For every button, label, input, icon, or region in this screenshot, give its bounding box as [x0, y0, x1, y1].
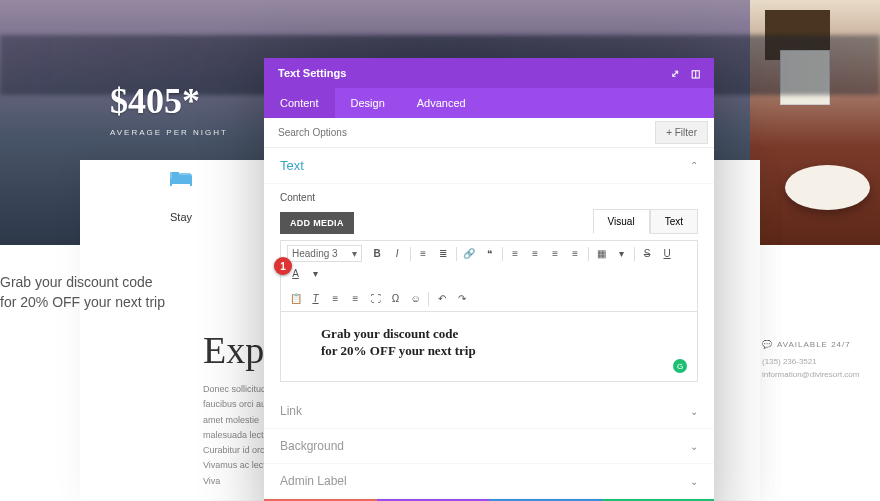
- tab-content[interactable]: Content: [264, 88, 335, 118]
- contact-phone: (135) 236-3521: [762, 355, 880, 369]
- ul-icon[interactable]: ≡: [415, 245, 432, 262]
- undo-icon[interactable]: ↶: [433, 290, 450, 307]
- section-link-label: Link: [280, 404, 302, 418]
- discount-line1: Grab your discount code: [0, 273, 165, 293]
- chevron-down-icon: ⌄: [690, 441, 698, 452]
- section-text-label: Text: [280, 158, 304, 173]
- table-icon[interactable]: ▦: [593, 245, 610, 262]
- rug-decor: [785, 165, 870, 210]
- avail-label: AVAILABLE 24/7: [777, 340, 851, 349]
- outdent-icon[interactable]: ≡: [347, 290, 364, 307]
- paste-icon[interactable]: 📋: [287, 290, 304, 307]
- exp-heading: Exp: [203, 328, 264, 372]
- indent-icon[interactable]: ≡: [327, 290, 344, 307]
- chevron-down-icon: ⌄: [690, 406, 698, 417]
- filter-button[interactable]: + Filter: [655, 121, 708, 144]
- quote-icon[interactable]: ❝: [481, 245, 498, 262]
- text-content-area: Content ADD MEDIA Visual Text Heading 3▾…: [264, 184, 714, 394]
- grammarly-icon[interactable]: G: [673, 359, 687, 373]
- annotation-marker-1: 1: [274, 257, 292, 275]
- contact-block: 💬AVAILABLE 24/7 (135) 236-3521 informati…: [762, 338, 880, 382]
- bold-icon[interactable]: B: [369, 245, 386, 262]
- stay-label: Stay: [170, 211, 192, 223]
- section-admin-label-label: Admin Label: [280, 474, 347, 488]
- italic-icon[interactable]: I: [389, 245, 406, 262]
- text-settings-modal: Text Settings ⤢ ◫ Content Design Advance…: [264, 58, 714, 501]
- underline-icon[interactable]: U: [659, 245, 676, 262]
- editor-tab-visual[interactable]: Visual: [593, 209, 650, 234]
- justify-icon[interactable]: ≡: [567, 245, 584, 262]
- editor-toolbar: Heading 3▾ B I ≡ ≣ 🔗 ❝ ≡ ≡ ≡ ≡ ▦ ▾ S U A…: [280, 240, 698, 312]
- emoji-icon[interactable]: ☺: [407, 290, 424, 307]
- search-input[interactable]: [264, 127, 655, 138]
- modal-title: Text Settings: [278, 67, 346, 79]
- editor-line2: for 20% OFF your next trip: [321, 343, 476, 358]
- strike-icon[interactable]: S: [639, 245, 656, 262]
- editor-body[interactable]: Grab your discount code for 20% OFF your…: [280, 312, 698, 382]
- fullscreen-icon[interactable]: ⛶: [367, 290, 384, 307]
- ol-icon[interactable]: ≣: [435, 245, 452, 262]
- expand-icon[interactable]: ⤢: [671, 68, 679, 79]
- chat-icon: 💬: [762, 340, 773, 349]
- redo-icon[interactable]: ↷: [453, 290, 470, 307]
- section-background-label: Background: [280, 439, 344, 453]
- add-media-button[interactable]: ADD MEDIA: [280, 212, 354, 234]
- align-center-icon[interactable]: ≡: [527, 245, 544, 262]
- chevron-down-icon: ⌄: [690, 476, 698, 487]
- clear-icon[interactable]: T: [307, 290, 324, 307]
- special-char-icon[interactable]: Ω: [387, 290, 404, 307]
- section-link[interactable]: Link ⌄: [264, 394, 714, 429]
- tab-design[interactable]: Design: [335, 88, 401, 118]
- discount-line2: for 20% OFF your next trip: [0, 293, 165, 313]
- tab-advanced[interactable]: Advanced: [401, 88, 482, 118]
- discount-text: Grab your discount code for 20% OFF your…: [0, 273, 165, 312]
- bed-icon: [170, 168, 192, 191]
- heading-select[interactable]: Heading 3▾: [287, 245, 362, 262]
- table-caret-icon[interactable]: ▾: [613, 245, 630, 262]
- content-label: Content: [280, 192, 698, 203]
- modal-header[interactable]: Text Settings ⤢ ◫: [264, 58, 714, 88]
- search-row: + Filter: [264, 118, 714, 148]
- chevron-up-icon: ⌃: [690, 160, 698, 171]
- section-admin-label[interactable]: Admin Label ⌄: [264, 464, 714, 499]
- svg-point-1: [173, 174, 177, 178]
- align-right-icon[interactable]: ≡: [547, 245, 564, 262]
- editor-tab-text[interactable]: Text: [650, 209, 698, 234]
- modal-tabs: Content Design Advanced: [264, 88, 714, 118]
- contact-email: information@diviresort.com: [762, 368, 880, 382]
- editor-line1: Grab your discount code: [321, 326, 458, 341]
- align-left-icon[interactable]: ≡: [507, 245, 524, 262]
- textcolor-caret-icon[interactable]: ▾: [307, 265, 324, 282]
- section-background[interactable]: Background ⌄: [264, 429, 714, 464]
- columns-icon[interactable]: ◫: [691, 68, 700, 79]
- section-text[interactable]: Text ⌃: [264, 148, 714, 184]
- stay-nav[interactable]: Stay: [170, 168, 192, 223]
- link-icon[interactable]: 🔗: [461, 245, 478, 262]
